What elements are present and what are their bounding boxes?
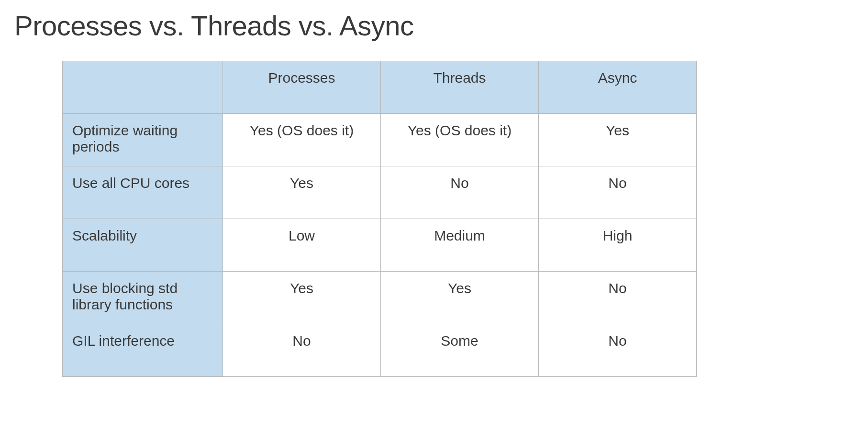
comparison-table: Processes Threads Async Optimize waiting… xyxy=(62,61,697,377)
cell: Yes (OS does it) xyxy=(223,114,381,166)
cell: Yes xyxy=(539,114,697,166)
table-header-blank xyxy=(63,61,223,114)
cell: Yes xyxy=(381,272,539,324)
table-row: Scalability Low Medium High xyxy=(63,219,697,272)
cell: Yes (OS does it) xyxy=(381,114,539,166)
cell: Yes xyxy=(223,272,381,324)
row-label: Use blocking std library functions xyxy=(63,272,223,324)
cell: Some xyxy=(381,324,539,377)
cell: High xyxy=(539,219,697,272)
table-row: Optimize waiting periods Yes (OS does it… xyxy=(63,114,697,166)
cell: Yes xyxy=(223,166,381,219)
comparison-table-wrap: Processes Threads Async Optimize waiting… xyxy=(14,61,854,377)
table-row: GIL interference No Some No xyxy=(63,324,697,377)
row-label: Optimize waiting periods xyxy=(63,114,223,166)
cell: Low xyxy=(223,219,381,272)
cell: No xyxy=(539,166,697,219)
table-header-threads: Threads xyxy=(381,61,539,114)
table-header-async: Async xyxy=(539,61,697,114)
row-label: Use all CPU cores xyxy=(63,166,223,219)
table-header-processes: Processes xyxy=(223,61,381,114)
page-title: Processes vs. Threads vs. Async xyxy=(14,10,854,42)
cell: No xyxy=(381,166,539,219)
cell: No xyxy=(539,324,697,377)
cell: Medium xyxy=(381,219,539,272)
row-label: GIL interference xyxy=(63,324,223,377)
table-row: Use all CPU cores Yes No No xyxy=(63,166,697,219)
table-row: Use blocking std library functions Yes Y… xyxy=(63,272,697,324)
cell: No xyxy=(223,324,381,377)
row-label: Scalability xyxy=(63,219,223,272)
cell: No xyxy=(539,272,697,324)
table-header-row: Processes Threads Async xyxy=(63,61,697,114)
